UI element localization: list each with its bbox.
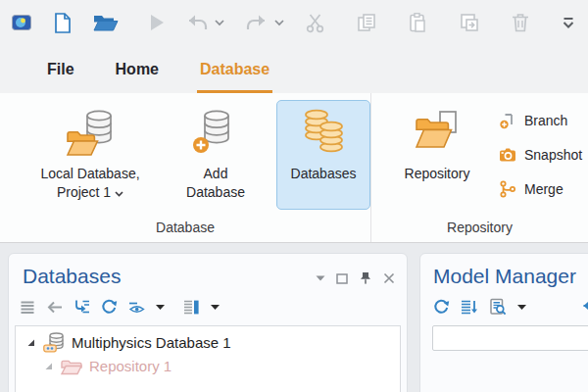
merge-button[interactable]: Merge [499, 172, 582, 206]
run-button[interactable] [149, 14, 165, 31]
ribbon-group-repository: Repository Branch Snapshot Merge [371, 93, 588, 242]
snapshot-button[interactable]: Snapshot [499, 137, 582, 172]
add-database-label-line2: Database [186, 184, 245, 200]
snapshot-camera-icon [499, 146, 516, 164]
new-file-button[interactable] [52, 12, 73, 34]
cut-button[interactable] [305, 13, 325, 33]
tab-file[interactable]: File [47, 45, 74, 93]
database-add-icon [189, 106, 242, 161]
database-folder-icon [64, 106, 117, 161]
branch-button[interactable]: Branch [499, 103, 582, 137]
paste-button[interactable] [408, 12, 428, 33]
pin-panel-icon[interactable] [359, 271, 372, 285]
repository-folder-icon [411, 106, 464, 161]
databases-label: Databases [291, 166, 357, 181]
duplicate-button[interactable] [459, 12, 480, 33]
collapse-toolbar-icon[interactable] [561, 16, 576, 29]
local-database-button[interactable]: Local Database, Project 1 [16, 100, 165, 210]
tab-home[interactable]: Home [116, 45, 159, 93]
redo-dropdown-icon[interactable] [274, 20, 284, 26]
back-arrow-icon[interactable] [46, 301, 63, 314]
workspace: Databases [0, 243, 588, 392]
go-to-node-icon[interactable] [74, 299, 90, 315]
database-group-label: Database [0, 220, 370, 235]
ribbon-group-database: Local Database, Project 1 Add Databas [0, 93, 371, 242]
undo-dropdown-icon[interactable] [215, 20, 224, 26]
databases-panel: Databases [8, 253, 408, 392]
model-manager-toolbar [420, 296, 588, 318]
open-file-button[interactable] [93, 13, 119, 32]
local-database-label-line2: Project 1 [57, 184, 111, 200]
model-manager-search-field[interactable] [432, 325, 588, 351]
undo-button[interactable] [185, 14, 209, 31]
delete-button[interactable] [511, 12, 530, 33]
local-database-label-line1: Local Database, [40, 166, 139, 181]
databases-panel-title: Databases [23, 265, 316, 288]
repository-red-icon [61, 357, 82, 375]
list-icon[interactable] [20, 299, 35, 315]
tree-item-multiphysics-database[interactable]: Multiphysics Database 1 [16, 330, 400, 354]
branch-label: Branch [524, 113, 567, 128]
columns-dropdown-icon[interactable] [211, 305, 220, 310]
chevron-down-icon [115, 191, 123, 197]
databases-tree: Multiphysics Database 1 Repository 1 [15, 325, 401, 392]
model-manager-panel-title: Model Manager [433, 265, 588, 288]
columns-icon[interactable] [183, 299, 200, 316]
database-server-icon [43, 331, 65, 353]
merge-icon [499, 180, 516, 198]
tree-item-label: Repository 1 [89, 358, 172, 374]
repository-group-label: Repository [371, 220, 588, 235]
expanded-triangle-icon[interactable] [25, 337, 36, 348]
databases-coins-icon [297, 106, 350, 161]
expanded-triangle-icon[interactable] [43, 361, 54, 371]
refresh-icon[interactable] [101, 299, 118, 316]
snapshot-label: Snapshot [524, 147, 582, 163]
databases-button[interactable]: Databases [276, 100, 370, 210]
app-logo-icon[interactable] [12, 15, 31, 30]
databases-panel-toolbar [9, 296, 407, 318]
ribbon: Local Database, Project 1 Add Databas [0, 93, 588, 243]
close-panel-icon[interactable] [383, 272, 395, 284]
refresh-icon[interactable] [433, 299, 450, 316]
add-database-button[interactable]: Add Database [171, 100, 261, 210]
float-panel-icon[interactable] [336, 273, 348, 284]
find-dropdown-icon[interactable] [517, 305, 526, 310]
tab-database[interactable]: Database [200, 45, 270, 93]
add-database-label-line1: Add [204, 166, 228, 181]
repository-button[interactable]: Repository [391, 100, 483, 210]
copy-button[interactable] [356, 12, 377, 33]
show-hide-eye-icon[interactable] [128, 300, 145, 315]
collapse-panel-icon[interactable] [316, 275, 325, 281]
sort-icon[interactable] [461, 299, 478, 316]
branch-icon [499, 112, 516, 129]
find-in-document-icon[interactable] [489, 298, 507, 316]
tree-item-label: Multiphysics Database 1 [72, 334, 231, 351]
repository-label: Repository [405, 166, 470, 181]
model-manager-panel: Model Manager [419, 253, 588, 392]
eye-dropdown-icon[interactable] [156, 305, 165, 310]
ribbon-tabs: File Home Database [0, 45, 588, 93]
quick-access-toolbar [0, 0, 588, 45]
tree-item-repository-1[interactable]: Repository 1 [16, 354, 400, 377]
undo-icon[interactable] [580, 300, 588, 315]
redo-button[interactable] [245, 14, 269, 31]
merge-label: Merge [524, 181, 564, 197]
